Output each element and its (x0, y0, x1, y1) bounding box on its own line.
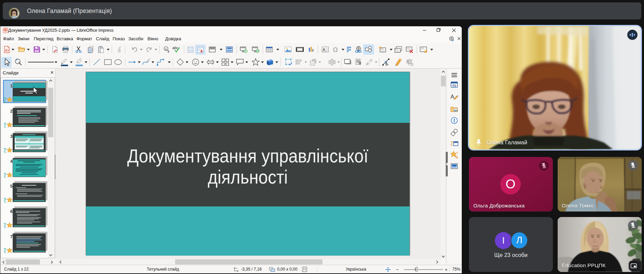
svg-text:F: F (347, 46, 351, 53)
svg-text:A: A (450, 94, 454, 100)
svg-text:Ω: Ω (333, 46, 338, 53)
svg-text:A: A (323, 47, 325, 52)
svg-text:d: d (168, 51, 169, 54)
svg-text:a: a (165, 47, 167, 51)
svg-text:abc: abc (172, 46, 178, 50)
